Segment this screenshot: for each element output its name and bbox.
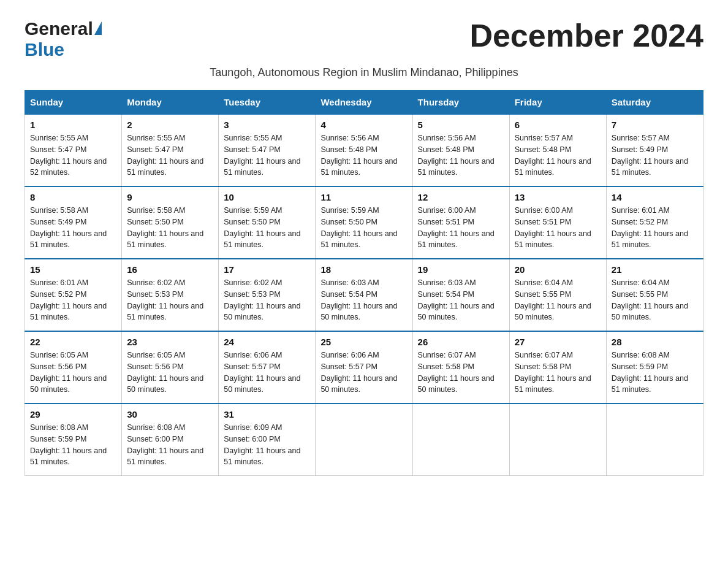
- calendar-cell: 31Sunrise: 6:09 AMSunset: 6:00 PMDayligh…: [219, 404, 316, 476]
- calendar-cell: 28Sunrise: 6:08 AMSunset: 5:59 PMDayligh…: [606, 331, 703, 404]
- day-info: Sunrise: 6:08 AMSunset: 6:00 PMDaylight:…: [127, 422, 213, 468]
- day-info: Sunrise: 6:00 AMSunset: 5:51 PMDaylight:…: [515, 205, 601, 251]
- calendar-cell: [412, 404, 509, 476]
- day-info: Sunrise: 6:06 AMSunset: 5:57 PMDaylight:…: [320, 350, 407, 396]
- day-number: 7: [612, 120, 698, 130]
- calendar-cell: 17Sunrise: 6:02 AMSunset: 5:53 PMDayligh…: [219, 259, 316, 331]
- day-info: Sunrise: 5:55 AMSunset: 5:47 PMDaylight:…: [127, 132, 213, 178]
- calendar-week-4: 22Sunrise: 6:05 AMSunset: 5:56 PMDayligh…: [25, 331, 703, 404]
- day-info: Sunrise: 6:05 AMSunset: 5:56 PMDaylight:…: [30, 350, 116, 396]
- day-info: Sunrise: 6:07 AMSunset: 5:58 PMDaylight:…: [515, 350, 601, 396]
- day-info: Sunrise: 5:55 AMSunset: 5:47 PMDaylight:…: [30, 132, 116, 178]
- calendar-cell: 8Sunrise: 5:58 AMSunset: 5:49 PMDaylight…: [25, 186, 122, 259]
- day-number: 20: [515, 264, 601, 275]
- day-info: Sunrise: 5:58 AMSunset: 5:50 PMDaylight:…: [127, 205, 213, 251]
- day-number: 18: [320, 264, 407, 275]
- logo: General Blue: [25, 18, 102, 60]
- day-info: Sunrise: 6:02 AMSunset: 5:53 PMDaylight:…: [224, 277, 310, 323]
- calendar-cell: 27Sunrise: 6:07 AMSunset: 5:58 PMDayligh…: [509, 331, 606, 404]
- day-number: 5: [418, 120, 504, 130]
- day-info: Sunrise: 6:01 AMSunset: 5:52 PMDaylight:…: [612, 205, 698, 251]
- day-number: 14: [612, 192, 698, 202]
- weekday-header-sunday: Sunday: [25, 91, 122, 115]
- calendar-cell: 3Sunrise: 5:55 AMSunset: 5:47 PMDaylight…: [219, 114, 316, 186]
- calendar-cell: 20Sunrise: 6:04 AMSunset: 5:55 PMDayligh…: [509, 259, 606, 331]
- logo-general-text: General: [25, 18, 93, 39]
- weekday-header-thursday: Thursday: [412, 91, 509, 115]
- calendar-cell: 13Sunrise: 6:00 AMSunset: 5:51 PMDayligh…: [509, 186, 606, 259]
- calendar-cell: 4Sunrise: 5:56 AMSunset: 5:48 PMDaylight…: [316, 114, 412, 186]
- calendar-cell: 14Sunrise: 6:01 AMSunset: 5:52 PMDayligh…: [606, 186, 703, 259]
- day-number: 25: [320, 337, 407, 347]
- day-info: Sunrise: 6:01 AMSunset: 5:52 PMDaylight:…: [30, 277, 116, 323]
- day-info: Sunrise: 6:03 AMSunset: 5:54 PMDaylight:…: [418, 277, 504, 323]
- weekday-header-friday: Friday: [509, 91, 606, 115]
- calendar-cell: 10Sunrise: 5:59 AMSunset: 5:50 PMDayligh…: [219, 186, 316, 259]
- day-number: 2: [127, 120, 213, 130]
- day-info: Sunrise: 6:00 AMSunset: 5:51 PMDaylight:…: [418, 205, 504, 251]
- calendar-cell: 9Sunrise: 5:58 AMSunset: 5:50 PMDaylight…: [122, 186, 219, 259]
- day-number: 29: [30, 409, 116, 419]
- calendar-week-3: 15Sunrise: 6:01 AMSunset: 5:52 PMDayligh…: [25, 259, 703, 331]
- day-number: 28: [612, 337, 698, 347]
- day-info: Sunrise: 6:05 AMSunset: 5:56 PMDaylight:…: [127, 350, 213, 396]
- day-info: Sunrise: 6:07 AMSunset: 5:58 PMDaylight:…: [418, 350, 504, 396]
- calendar-cell: 6Sunrise: 5:57 AMSunset: 5:48 PMDaylight…: [509, 114, 606, 186]
- day-number: 8: [30, 192, 116, 202]
- day-info: Sunrise: 6:02 AMSunset: 5:53 PMDaylight:…: [127, 277, 213, 323]
- calendar-cell: 24Sunrise: 6:06 AMSunset: 5:57 PMDayligh…: [219, 331, 316, 404]
- calendar-week-5: 29Sunrise: 6:08 AMSunset: 5:59 PMDayligh…: [25, 404, 703, 476]
- calendar: SundayMondayTuesdayWednesdayThursdayFrid…: [25, 90, 703, 476]
- subtitle: Taungoh, Autonomous Region in Muslim Min…: [25, 66, 703, 79]
- calendar-cell: 23Sunrise: 6:05 AMSunset: 5:56 PMDayligh…: [122, 331, 219, 404]
- day-info: Sunrise: 5:58 AMSunset: 5:49 PMDaylight:…: [30, 205, 116, 251]
- day-info: Sunrise: 5:56 AMSunset: 5:48 PMDaylight:…: [418, 132, 504, 178]
- day-number: 21: [612, 264, 698, 275]
- day-number: 1: [30, 120, 116, 130]
- weekday-header-wednesday: Wednesday: [316, 91, 412, 115]
- day-info: Sunrise: 6:04 AMSunset: 5:55 PMDaylight:…: [515, 277, 601, 323]
- calendar-cell: 18Sunrise: 6:03 AMSunset: 5:54 PMDayligh…: [316, 259, 412, 331]
- logo-blue-text: Blue: [25, 39, 64, 60]
- day-number: 6: [515, 120, 601, 130]
- calendar-cell: 15Sunrise: 6:01 AMSunset: 5:52 PMDayligh…: [25, 259, 122, 331]
- day-number: 17: [224, 264, 310, 275]
- calendar-cell: [606, 404, 703, 476]
- day-number: 22: [30, 337, 116, 347]
- day-number: 23: [127, 337, 213, 347]
- calendar-cell: 29Sunrise: 6:08 AMSunset: 5:59 PMDayligh…: [25, 404, 122, 476]
- calendar-cell: 22Sunrise: 6:05 AMSunset: 5:56 PMDayligh…: [25, 331, 122, 404]
- day-info: Sunrise: 6:04 AMSunset: 5:55 PMDaylight:…: [612, 277, 698, 323]
- day-number: 4: [320, 120, 407, 130]
- day-number: 13: [515, 192, 601, 202]
- calendar-cell: 11Sunrise: 5:59 AMSunset: 5:50 PMDayligh…: [316, 186, 412, 259]
- day-info: Sunrise: 6:08 AMSunset: 5:59 PMDaylight:…: [612, 350, 698, 396]
- day-number: 3: [224, 120, 310, 130]
- day-number: 24: [224, 337, 310, 347]
- day-info: Sunrise: 5:55 AMSunset: 5:47 PMDaylight:…: [224, 132, 310, 178]
- day-info: Sunrise: 5:59 AMSunset: 5:50 PMDaylight:…: [224, 205, 310, 251]
- calendar-cell: 2Sunrise: 5:55 AMSunset: 5:47 PMDaylight…: [122, 114, 219, 186]
- day-number: 12: [418, 192, 504, 202]
- calendar-cell: [509, 404, 606, 476]
- day-info: Sunrise: 5:57 AMSunset: 5:49 PMDaylight:…: [612, 132, 698, 178]
- month-title: December 2024: [469, 18, 703, 53]
- day-number: 26: [418, 337, 504, 347]
- day-number: 16: [127, 264, 213, 275]
- day-info: Sunrise: 5:57 AMSunset: 5:48 PMDaylight:…: [515, 132, 601, 178]
- logo-triangle-icon: [94, 21, 102, 35]
- day-number: 30: [127, 409, 213, 419]
- calendar-cell: 16Sunrise: 6:02 AMSunset: 5:53 PMDayligh…: [122, 259, 219, 331]
- calendar-cell: [316, 404, 412, 476]
- day-info: Sunrise: 6:09 AMSunset: 6:00 PMDaylight:…: [224, 422, 310, 468]
- calendar-week-1: 1Sunrise: 5:55 AMSunset: 5:47 PMDaylight…: [25, 114, 703, 186]
- calendar-cell: 21Sunrise: 6:04 AMSunset: 5:55 PMDayligh…: [606, 259, 703, 331]
- day-info: Sunrise: 6:06 AMSunset: 5:57 PMDaylight:…: [224, 350, 310, 396]
- day-number: 9: [127, 192, 213, 202]
- calendar-cell: 1Sunrise: 5:55 AMSunset: 5:47 PMDaylight…: [25, 114, 122, 186]
- day-number: 31: [224, 409, 310, 419]
- calendar-cell: 7Sunrise: 5:57 AMSunset: 5:49 PMDaylight…: [606, 114, 703, 186]
- calendar-cell: 12Sunrise: 6:00 AMSunset: 5:51 PMDayligh…: [412, 186, 509, 259]
- day-info: Sunrise: 6:03 AMSunset: 5:54 PMDaylight:…: [320, 277, 407, 323]
- day-info: Sunrise: 5:56 AMSunset: 5:48 PMDaylight:…: [320, 132, 407, 178]
